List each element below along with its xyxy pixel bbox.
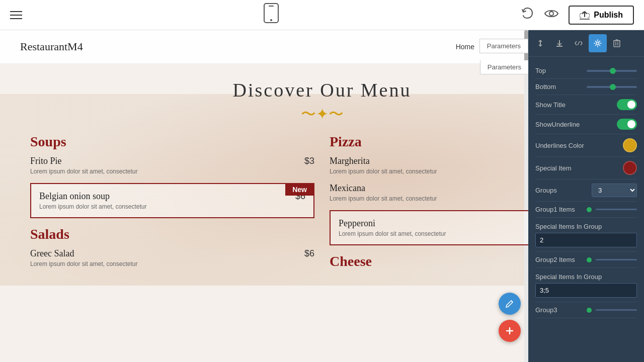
groups-row: Groups 1 2 3 4 5 [535,179,637,202]
top-label: Top [535,67,546,74]
decorative-divider: 〜✦〜 [30,104,614,125]
pepperoni-name: Pepperoni [339,218,375,229]
frito-pie-price: $3 [304,156,314,166]
show-title-toggle[interactable] [617,99,637,110]
nav-home[interactable]: Home [456,43,474,51]
special-items-group2-input[interactable] [535,283,637,298]
frito-pie-name: Frito Pie [30,156,62,166]
mexicana-name: Mexicana [330,183,365,194]
menu-grid: Soups Frito Pie $3 Lorem ipsum dolor sit… [30,134,614,276]
top-setting-row: Top [535,63,637,79]
underlines-color-swatch[interactable] [623,138,637,152]
undo-icon[interactable] [520,7,534,24]
right-panel: Parameters Top Bottom Show Title [528,30,644,362]
group2-items-row: Group2 Items [535,252,637,268]
special-item-color-swatch[interactable] [623,161,637,175]
toolbar-left [10,11,22,19]
group3-row: Group3 [535,302,637,318]
show-underline-label: ShowUnderline [535,121,580,128]
trash-icon[interactable] [608,34,626,52]
belgian-soup-name: Belgian onion soup [39,191,110,202]
group2-slider[interactable] [587,257,637,262]
svg-line-8 [578,41,580,45]
special-items-group1-section: Special Items In Group [535,218,637,252]
show-title-row: Show Title [535,95,637,115]
svg-point-9 [597,42,599,45]
group3-label: Group3 [535,306,557,314]
toolbar-center [263,3,279,27]
main-content: RestaurantM4 Home Menu Blog Contact Us D… [0,30,644,362]
show-underline-toggle[interactable] [617,119,637,130]
special-items-group2-label: Special Items In Group [535,273,602,281]
belgian-soup-desc: Lorem ipsum dolor sit amet, consectetur [39,203,305,210]
toolbar-right: Publish [520,6,634,25]
underlines-color-label: Underlines Color [535,142,584,149]
groups-dropdown[interactable]: 1 2 3 4 5 [592,184,637,197]
brand-name: RestaurantM4 [20,40,83,53]
show-underline-row: ShowUnderline [535,115,637,134]
add-fab-button[interactable] [499,320,521,342]
special-item-row: Special Item [535,157,637,179]
frito-pie-item: Frito Pie $3 Lorem ipsum dolor sit amet,… [30,156,314,175]
salads-title: Salads [30,226,314,242]
parameters-button[interactable]: Parameters [479,39,528,53]
top-slider[interactable] [587,70,637,72]
top-slider-thumb[interactable] [610,68,616,74]
group1-items-label: Group1 Items [535,206,575,213]
svg-point-3 [549,12,553,16]
fab-container [499,293,521,342]
reorder-icon[interactable] [531,34,549,52]
svg-line-15 [511,301,513,302]
greec-salad-price: $6 [304,248,314,259]
margherita-name: Margherita [330,156,370,166]
greec-salad-item: Greec Salad $6 Lorem ipsum dolor sit ame… [30,248,314,267]
greec-salad-name: Greec Salad [30,248,74,259]
special-item-label: Special Item [535,164,572,172]
bottom-label: Bottom [535,83,556,90]
belgian-soup-item: New Belgian onion soup $6 Lorem ipsum do… [30,183,314,218]
greec-salad-desc: Lorem ipsum dolor sit amet, consectetur [30,260,314,267]
settings-panel: Top Bottom Show Title ShowUnderline [528,57,644,362]
mobile-preview-icon[interactable] [263,3,279,27]
group1-slider[interactable] [587,207,637,212]
code-icon[interactable] [570,34,588,52]
special-items-group2-section: Special Items In Group [535,268,637,302]
group3-slider[interactable] [587,308,637,313]
bottom-setting-row: Bottom [535,79,637,95]
group1-items-row: Group1 Items [535,202,637,218]
icon-toolbar [528,30,644,57]
gear-icon[interactable] [589,34,607,52]
groups-label: Groups [535,187,557,194]
frito-pie-header: Frito Pie $3 [30,156,314,166]
new-badge: New [285,184,314,196]
menu-title: Discover Our Menu [30,79,614,101]
soups-title: Soups [30,134,314,150]
greec-salad-header: Greec Salad $6 [30,248,314,259]
publish-label: Publish [594,11,623,20]
frito-pie-desc: Lorem ipsum dolor sit amet, consectetur [30,168,314,175]
download-icon[interactable] [550,34,569,52]
publish-button[interactable]: Publish [569,6,634,25]
edit-fab-button[interactable] [499,293,521,315]
underlines-color-row: Underlines Color [535,134,637,157]
belgian-soup-header: Belgian onion soup $6 [39,191,305,202]
show-title-label: Show Title [535,101,566,109]
preview-eye-icon[interactable] [544,9,558,22]
group2-items-label: Group2 Items [535,256,575,263]
bottom-slider[interactable] [587,86,637,88]
special-items-group1-label: Special Items In Group [535,223,602,230]
top-toolbar: Publish [0,0,644,30]
svg-rect-10 [614,41,620,47]
hamburger-menu-icon[interactable] [10,11,22,19]
svg-point-1 [270,19,272,21]
bottom-slider-thumb[interactable] [610,84,616,90]
special-items-group1-input[interactable] [535,233,637,247]
left-menu-col: Soups Frito Pie $3 Lorem ipsum dolor sit… [30,134,314,276]
parameters-button-overlay[interactable]: Parameters [480,60,528,74]
